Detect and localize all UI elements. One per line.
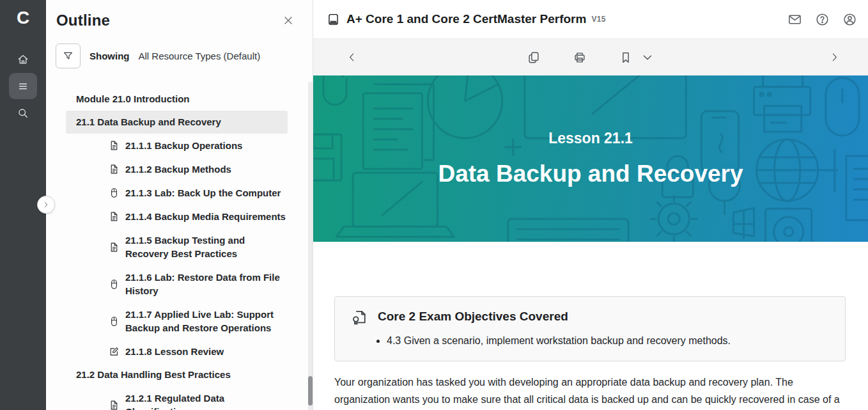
- mail-icon: [787, 12, 802, 27]
- menu-icon: [17, 80, 29, 93]
- course-book-icon: [327, 13, 340, 26]
- account-icon: [842, 12, 857, 27]
- outline-item[interactable]: 21.1.5 Backup Testing and Recovery Best …: [109, 228, 313, 265]
- filter-value: All Resource Types (Default): [139, 51, 261, 61]
- bookmark-group: [619, 51, 655, 65]
- chevron-left-icon: [346, 52, 357, 63]
- lesson-content: Core 2 Exam Objectives Covered 4.3 Given…: [313, 242, 868, 410]
- rail-nav: [9, 46, 37, 126]
- search-button[interactable]: [9, 100, 37, 126]
- objectives-list: 4.3 Given a scenario, implement workstat…: [387, 333, 830, 349]
- lesson-number: Lesson 21.1: [548, 130, 633, 147]
- outline-panel: Outline Showing All Resource Types (Defa…: [46, 0, 313, 410]
- chevron-right-icon: [42, 201, 50, 209]
- outline-item-label: 21.1.7 Applied Live Lab: Support Backup …: [125, 308, 286, 335]
- outline-item-label: 21.2.1 Regulated Data Classification: [125, 391, 286, 410]
- bookmark-button[interactable]: [619, 51, 633, 65]
- header-actions: [786, 11, 858, 28]
- outline-nav-button[interactable]: [9, 73, 37, 99]
- bookmark-menu-button[interactable]: [640, 51, 655, 65]
- bookmark-icon: [619, 51, 633, 65]
- app-root: C Outline Showing All R: [0, 0, 868, 410]
- lab-icon: [109, 187, 120, 198]
- objectives-title: Core 2 Exam Objectives Covered: [378, 310, 568, 324]
- outline-item[interactable]: 21.2.1 Regulated Data Classification: [109, 386, 313, 410]
- copy-button[interactable]: [527, 51, 541, 65]
- messages-button[interactable]: [786, 11, 803, 28]
- outline-item-label: 21.1.3 Lab: Back Up the Computer: [125, 186, 286, 200]
- home-icon: [17, 53, 29, 66]
- doc-icon: [109, 211, 120, 222]
- outline-item-label: 21.1.6 Lab: Restore Data from File Histo…: [125, 271, 286, 297]
- outline-section[interactable]: 21.1 Data Backup and Recovery: [66, 111, 288, 134]
- print-button[interactable]: [573, 51, 587, 65]
- course-title: A+ Core 1 and Core 2 CertMaster Perform: [346, 12, 586, 26]
- outline-item[interactable]: 21.1.7 Applied Live Lab: Support Backup …: [109, 303, 313, 340]
- help-icon: [815, 12, 830, 27]
- outline-section[interactable]: 21.2 Data Handling Best Practices: [66, 363, 288, 386]
- course-version: V15: [591, 15, 606, 24]
- banner-tech-pattern: [313, 75, 868, 242]
- outline-item-label: 21.1.8 Lesson Review: [125, 345, 286, 358]
- home-button[interactable]: [9, 46, 37, 72]
- lab-icon: [109, 279, 120, 290]
- outline-item-label: 21.1.2 Backup Methods: [125, 162, 286, 176]
- panel-expand-button[interactable]: [37, 196, 55, 214]
- close-outline-button[interactable]: [281, 13, 296, 28]
- filter-showing-label: Showing: [89, 51, 130, 61]
- lesson-toolbar: [313, 38, 868, 75]
- outline-item-label: 21.1.1 Backup Operations: [125, 139, 286, 152]
- outline-scrollbar[interactable]: [308, 82, 313, 410]
- search-icon: [17, 107, 29, 120]
- review-icon: [109, 346, 120, 357]
- outline-title: Outline: [56, 12, 110, 29]
- doc-icon: [109, 400, 120, 410]
- exam-objectives-box: Core 2 Exam Objectives Covered 4.3 Given…: [334, 296, 846, 361]
- outline-header: Outline: [46, 0, 313, 29]
- outline-list: Module 21.0 Introduction21.1 Data Backup…: [46, 88, 313, 410]
- filter-button[interactable]: [56, 43, 81, 68]
- objective-bullet: 4.3 Given a scenario, implement workstat…: [387, 333, 830, 349]
- account-button[interactable]: [841, 11, 858, 28]
- next-page-button[interactable]: [829, 52, 840, 63]
- print-icon: [573, 51, 587, 65]
- lab-icon: [109, 316, 120, 327]
- chevron-right-icon: [829, 52, 840, 63]
- outline-item[interactable]: 21.1.3 Lab: Back Up the Computer: [109, 181, 313, 205]
- help-button[interactable]: [814, 11, 830, 28]
- lesson-banner: Lesson 21.1 Data Backup and Recovery: [313, 75, 868, 242]
- objectives-header: Core 2 Exam Objectives Covered: [350, 308, 830, 326]
- filter-icon: [62, 50, 74, 62]
- outline-item[interactable]: 21.1.8 Lesson Review: [109, 340, 313, 363]
- lesson-title: Data Backup and Recovery: [438, 161, 743, 187]
- lesson-paragraph: Your organization has tasked you with de…: [334, 374, 851, 410]
- outline-item[interactable]: 21.1.4 Backup Media Requirements: [109, 205, 313, 228]
- outline-item[interactable]: 21.1.1 Backup Operations: [109, 134, 313, 157]
- close-icon: [282, 14, 295, 27]
- course-header: A+ Core 1 and Core 2 CertMaster Perform …: [313, 0, 868, 38]
- outline-item[interactable]: 21.1.2 Backup Methods: [109, 157, 313, 181]
- outline-item-label: 21.1.5 Backup Testing and Recovery Best …: [125, 233, 286, 260]
- comptia-logo: C: [17, 8, 29, 28]
- toolbar-center: [527, 51, 655, 65]
- previous-page-button[interactable]: [346, 52, 357, 63]
- certificate-icon: [350, 308, 368, 326]
- outline-section[interactable]: Module 21.0 Introduction: [66, 88, 288, 111]
- outline-item[interactable]: 21.1.6 Lab: Restore Data from File Histo…: [109, 265, 313, 303]
- chevron-down-icon: [640, 51, 655, 65]
- scrollbar-thumb[interactable]: [308, 376, 313, 406]
- filter-row: Showing All Resource Types (Default): [56, 43, 313, 68]
- doc-icon: [109, 140, 120, 151]
- content-panel: A+ Core 1 and Core 2 CertMaster Perform …: [313, 0, 868, 410]
- copy-icon: [527, 51, 541, 65]
- doc-icon: [109, 164, 120, 175]
- outline-item-label: 21.1.4 Backup Media Requirements: [125, 210, 286, 223]
- doc-icon: [109, 242, 120, 253]
